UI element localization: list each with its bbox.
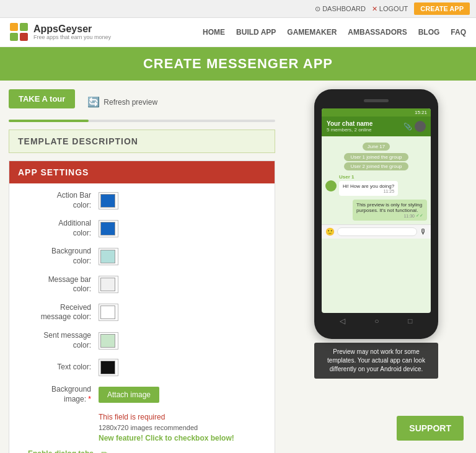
text-color-swatch[interactable] [99, 359, 118, 376]
user-avatar [325, 180, 337, 191]
phone-mockup: 15:21 Your chat name 5 members, 2 online… [314, 89, 438, 339]
phone-input-bar: 🙂 🎙 [322, 224, 431, 239]
nav-ambassadors[interactable]: AMBASSADORS [348, 28, 407, 37]
background-color-label: Backgroundcolor: [18, 247, 99, 266]
additional-color-swatch[interactable] [99, 220, 118, 237]
chat-members: 5 members, 2 online [327, 127, 372, 133]
phone-status-bar: 15:21 [322, 108, 431, 117]
progress-bar-container [9, 120, 275, 122]
background-color-swatch[interactable] [99, 248, 118, 265]
field-required-msg: This field is required [99, 413, 266, 421]
action-bar-color-swatch[interactable] [99, 192, 118, 209]
template-description-box: TEMPLATE DESCRIPTION [9, 130, 275, 153]
page-title-bar: CREATE MESSENGER APP [0, 47, 476, 81]
chat-header-icons: 📎 [403, 121, 426, 132]
create-app-button[interactable]: CREATE APP [414, 2, 470, 15]
content-area: TAKE A tour 🔄 Refresh preview TEMPLATE D… [0, 81, 476, 453]
mic-icon: 🎙 [420, 227, 427, 236]
nav-blog[interactable]: BLOG [418, 28, 440, 37]
close-icon: ✕ [372, 5, 377, 13]
refresh-label: Refresh preview [104, 98, 157, 107]
sent-message-color-label: Sent messagecolor: [18, 331, 99, 350]
settings-body: Action Barcolor: Additionalcolor: Backgr… [9, 183, 275, 453]
received-message-color-swatch[interactable] [99, 304, 118, 321]
nav-gamemaker[interactable]: GAMEMAKER [287, 28, 337, 37]
nav-faq[interactable]: FAQ [451, 28, 466, 37]
page-title: CREATE MESSENGER APP [9, 56, 467, 72]
field-hint: 1280x720 images recommended [99, 424, 266, 431]
dashboard-link[interactable]: ⊙ DASHBOARD [315, 5, 366, 13]
received-msg-area: User 1 Hi! How are you doing? 11:25 [325, 174, 427, 196]
logo-text: AppsGeyser Free apps that earn you money [33, 24, 111, 40]
logo-name: AppsGeyser [33, 24, 111, 35]
support-btn-area: SUPPORT [397, 416, 464, 441]
phone-screen: 15:21 Your chat name 5 members, 2 online… [322, 108, 431, 313]
paperclip-icon: 📎 [403, 123, 412, 131]
message-bar-color-swatch[interactable] [99, 276, 118, 293]
back-nav-button[interactable]: ◁ [340, 317, 345, 325]
chat-header-info: Your chat name 5 members, 2 online [327, 120, 372, 133]
refresh-icon: 🔄 [87, 96, 100, 108]
received-msg-time: 11:25 [343, 189, 394, 193]
chat-name: Your chat name [327, 120, 372, 127]
additional-color-row: Additionalcolor: [18, 219, 266, 238]
avatar [415, 121, 426, 132]
required-asterisk: * [88, 395, 91, 403]
logo-sub: Free apps that earn you money [33, 35, 111, 41]
nav-home[interactable]: HOME [203, 28, 225, 37]
sender-name: User 1 [339, 174, 398, 180]
refresh-area[interactable]: 🔄 Refresh preview [87, 96, 157, 108]
left-panel: TAKE A tour 🔄 Refresh preview TEMPLATE D… [9, 89, 275, 453]
system-msg-1: User 1 joined the group [344, 153, 408, 161]
app-settings-box: APP SETTINGS Action Barcolor: Additional… [9, 161, 275, 453]
sent-msg-text: This preview is only for styling purpose… [356, 202, 422, 213]
action-bar-color-row: Action Barcolor: [18, 191, 266, 210]
date-badge: June 17 [363, 143, 390, 151]
new-feature-msg: New feature! Click to checkbox below! [99, 434, 266, 442]
logo-area: AppsGeyser Free apps that earn you money [10, 23, 111, 42]
logout-label: LOGOUT [379, 5, 408, 12]
header: AppsGeyser Free apps that earn you money… [0, 18, 476, 47]
top-bar: ⊙ DASHBOARD ✕ LOGOUT CREATE APP [0, 0, 476, 18]
text-color-label: Text color: [18, 363, 99, 372]
phone-speaker [364, 99, 389, 102]
message-bar-color-label: Message barcolor: [18, 275, 99, 294]
received-bubble: Hi! How are you doing? 11:25 [339, 181, 398, 196]
attach-image-button[interactable]: Attach image [99, 387, 159, 403]
home-nav-button[interactable]: ○ [374, 317, 379, 325]
sent-bubble: This preview is only for styling purpose… [353, 200, 427, 221]
sent-message-color-swatch[interactable] [99, 332, 118, 350]
logout-link[interactable]: ✕ LOGOUT [372, 5, 408, 13]
template-desc-title: TEMPLATE DESCRIPTION [18, 136, 266, 146]
nav-build-app[interactable]: BUILD APP [236, 28, 276, 37]
app-settings-header: APP SETTINGS [9, 161, 275, 183]
enable-dialog-tabs-label[interactable]: Enable dialog tabs [18, 449, 99, 453]
text-color-row: Text color: [18, 359, 266, 376]
additional-color-label: Additionalcolor: [18, 219, 99, 238]
tour-button[interactable]: TAKE A tour [9, 89, 75, 108]
enable-dialog-tabs-row: Enable dialog tabs ✏ [18, 449, 266, 453]
logo-icon [10, 23, 29, 42]
chat-header: Your chat name 5 members, 2 online 📎 [322, 117, 431, 136]
sent-msg-area: This preview is only for styling purpose… [325, 200, 427, 221]
received-msg-text: Hi! How are you doing? [343, 183, 394, 189]
emoji-icon: 🙂 [325, 227, 335, 236]
phone-input-box[interactable] [337, 227, 417, 236]
background-color-row: Backgroundcolor: [18, 247, 266, 266]
system-msg-2: User 2 joined the group [344, 162, 408, 170]
background-image-label: Backgroundimage: * [18, 385, 99, 404]
sent-message-color-row: Sent messagecolor: [18, 331, 266, 350]
phone-nav: ◁ ○ □ [322, 313, 431, 329]
support-button[interactable]: SUPPORT [397, 416, 464, 441]
main-nav: HOME BUILD APP GAMEMAKER AMBASSADORS BLO… [203, 28, 466, 37]
sent-msg-time: 11:30 [403, 214, 415, 218]
checkmark-icon: ✓✓ [416, 213, 423, 218]
background-image-row: Backgroundimage: * Attach image [18, 385, 266, 404]
received-bubble-group: User 1 Hi! How are you doing? 11:25 [339, 174, 398, 196]
top-row: TAKE A tour 🔄 Refresh preview [9, 89, 275, 115]
action-bar-color-label: Action Barcolor: [18, 191, 99, 210]
received-message-color-row: Receivedmessage color: [18, 303, 266, 322]
message-bar-color-row: Message barcolor: [18, 275, 266, 294]
recent-nav-button[interactable]: □ [408, 317, 412, 325]
dashboard-label: DASHBOARD [322, 5, 366, 12]
